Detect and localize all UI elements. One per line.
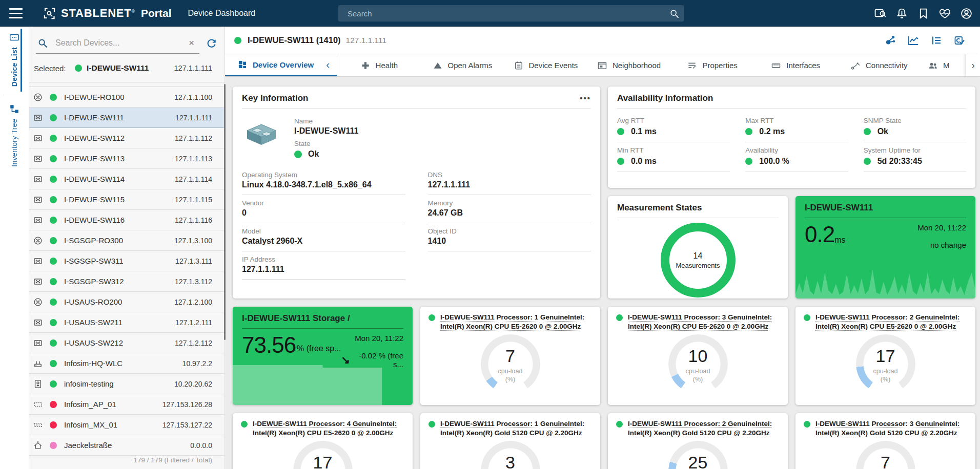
device-ip: 127.1.1.114 — [175, 175, 212, 183]
tab-interfaces[interactable]: Interfaces — [754, 54, 838, 76]
alarm-bell-icon[interactable] — [895, 7, 908, 20]
refresh-icon[interactable] — [206, 37, 217, 49]
rtt-change: no change — [930, 241, 966, 249]
screenshot-search-icon[interactable] — [874, 7, 887, 20]
switch-icon — [33, 215, 43, 225]
device-row[interactable]: I-DEWUE-SW112127.1.1.112 — [29, 128, 224, 148]
global-search-input[interactable] — [346, 9, 665, 18]
device-row[interactable]: I-DEWUE-SW114127.1.1.114 — [29, 169, 224, 189]
measurements-chart-icon[interactable] — [907, 34, 920, 47]
device-row[interactable]: I-SGSGP-SW312127.1.3.112 — [29, 271, 224, 292]
state-label: State — [294, 140, 358, 147]
device-row[interactable]: I-DEWUE-SW115127.1.1.115 — [29, 189, 224, 210]
rail-tab-inventory-tree[interactable]: Inventory Tree — [0, 98, 29, 174]
device-ip: 127.1.2.111 — [175, 318, 212, 327]
tab-connectivity[interactable]: Connectivity — [837, 54, 921, 76]
measurement-link[interactable]: I-DEWUE-SW111 Processor: 1 GenuineIntel:… — [440, 313, 592, 331]
more-options-icon[interactable]: ••• — [580, 97, 591, 100]
tabs-scroll-right-chevron-icon[interactable]: › — [966, 54, 980, 76]
tab-label: Interfaces — [786, 61, 820, 70]
gauge-value: 17 — [876, 347, 895, 365]
cpu-load-card[interactable]: I-DEWUE-SW111 Processor: 1 GenuineIntel:… — [420, 307, 600, 405]
main-area: I-DEWUE-SW111 (1410) 127.1.1.111 Device … — [225, 27, 980, 469]
device-row[interactable]: I-DEWUE-SW116127.1.1.116 — [29, 210, 224, 230]
status-dot — [50, 299, 57, 306]
key-information-card: Key Information ••• Name I-DEWUE-SW111 S… — [233, 87, 600, 299]
tab-truncated[interactable]: M — [921, 54, 966, 76]
device-row[interactable]: I-DEWUE-SW111127.1.1.111 — [29, 108, 224, 128]
cpu-load-card[interactable]: I-DEWUE-SW111 Processor: 1 GenuineIntel:… — [420, 413, 600, 469]
cpu-load-card[interactable]: I-DEWUE-SW111 Processor: 2 GenuineIntel:… — [608, 413, 788, 469]
tab-device-events[interactable]: Device Events — [504, 54, 587, 76]
measurement-link[interactable]: I-DEWUE-SW111 Processor: 4 GenuineIntel:… — [253, 419, 404, 437]
device-row[interactable]: Jaeckelstraße0.0.0.0 — [29, 435, 224, 456]
measurement-link[interactable]: I-DEWUE-SW111 Processor: 2 GenuineIntel:… — [815, 313, 967, 331]
tab-device-overview[interactable]: Device Overview ‹ — [225, 54, 337, 76]
device-row[interactable]: I-DEWUE-SW113127.1.1.113 — [29, 148, 224, 169]
device-row[interactable]: I-USAUS-SW212127.1.2.112 — [29, 333, 224, 353]
global-search[interactable] — [338, 5, 684, 22]
measurement-link[interactable]: I-DEWUE-SW111 Processor: 1 GenuineIntel:… — [440, 419, 592, 437]
alarm-triangle-icon — [433, 60, 443, 71]
device-search-field[interactable]: × — [36, 33, 199, 54]
rail-tab-device-list[interactable]: Device List — [0, 27, 29, 94]
tab-open-alarms[interactable]: Open Alarms — [421, 54, 504, 76]
tab-neighborhood[interactable]: Neighborhood — [587, 54, 671, 76]
device-row[interactable]: infosim-testing10.20.20.62 — [29, 374, 224, 394]
topology-icon[interactable] — [884, 34, 896, 47]
account-icon[interactable] — [960, 7, 973, 20]
status-dot — [616, 421, 623, 428]
tab-health[interactable]: Health — [337, 54, 421, 76]
field-operating-system: Operating SystemLinux 4.18.0-348.7.1.el8… — [242, 167, 405, 195]
stablenet-logo-icon — [43, 7, 56, 20]
measurement-states-donut-chart[interactable]: 14 Measurements — [661, 223, 736, 297]
cpu-load-card[interactable]: I-DEWUE-SW111 Processor: 4 GenuineIntel:… — [233, 413, 413, 469]
selected-device-row[interactable]: Selected: I-DEWUE-SW111 127.1.1.111 — [29, 54, 224, 82]
connectivity-icon — [850, 60, 861, 71]
device-row[interactable]: I-DEWUE-RO100127.1.1.100 — [29, 87, 224, 108]
device-row[interactable]: Infosim-HQ-WLC10.97.2.2 — [29, 353, 224, 374]
health-heart-icon[interactable] — [938, 7, 951, 20]
cpu-load-card[interactable]: I-DEWUE-SW111 Processor: 3 GenuineIntel:… — [795, 413, 975, 469]
selected-device-ip: 127.1.1.111 — [174, 64, 212, 72]
device-row[interactable]: I-SGSGP-RO300127.1.3.100 — [29, 230, 224, 251]
device-name: I-USAUS-RO200 — [64, 297, 174, 306]
bookmark-icon[interactable] — [917, 7, 930, 20]
storage-measurement-card[interactable]: I-DEWUE-SW111 Storage / 73.56 % (free sp… — [233, 307, 413, 405]
status-dot — [50, 114, 57, 121]
measurement-link[interactable]: I-DEWUE-SW111 Processor: 3 GenuineIntel:… — [815, 419, 967, 437]
status-dot — [50, 319, 57, 326]
cpu-load-card[interactable]: I-DEWUE-SW111 Processor: 2 GenuineIntel:… — [795, 307, 975, 405]
device-search-input[interactable] — [54, 38, 183, 48]
device-name: I-DEWUE-SW112 — [64, 134, 175, 142]
device-ip: 127.1.1.100 — [174, 93, 212, 101]
device-row[interactable]: Infosim_AP_01127.153.126.28 — [29, 394, 224, 415]
device-row[interactable]: I-USAUS-SW211127.1.2.111 — [29, 312, 224, 333]
config-check-icon[interactable] — [953, 34, 966, 47]
field-memory: Memory24.67 GB — [428, 195, 591, 223]
measurement-link[interactable]: I-DEWUE-SW111 Processor: 3 GenuineIntel:… — [628, 313, 780, 331]
cpu-load-card[interactable]: I-DEWUE-SW111 Processor: 3 GenuineIntel:… — [608, 307, 788, 405]
tab-properties[interactable]: Properties — [670, 54, 754, 76]
status-dot — [241, 421, 248, 428]
clear-search-icon[interactable]: × — [183, 37, 199, 49]
brand-product: Portal — [141, 7, 172, 19]
status-dot — [50, 442, 57, 449]
search-icon[interactable] — [669, 8, 680, 19]
rtt-measurement-card[interactable]: I-DEWUE-SW111 0.2 ms Mon 20, 11:22 no ch… — [795, 196, 975, 299]
field-ip-address: IP Address127.1.1.111 — [242, 251, 405, 280]
device-name: I-DEWUE-SW113 — [64, 154, 175, 163]
dashboard-tab-bar: Device Overview ‹ Health Open Alarms Dev… — [225, 54, 980, 77]
gauge-value: 7 — [505, 347, 515, 365]
device-row[interactable]: I-SGSGP-SW311127.1.3.111 — [29, 251, 224, 271]
reports-icon[interactable] — [930, 34, 943, 47]
measurement-link[interactable]: I-DEWUE-SW111 Processor: 2 GenuineIntel:… — [628, 419, 780, 437]
health-icon — [360, 60, 371, 71]
device-row[interactable]: I-USAUS-RO200127.1.2.100 — [29, 292, 224, 312]
neighborhood-icon — [597, 60, 607, 71]
device-ip: 127.1.2.100 — [174, 298, 212, 306]
device-ip: 127.153.127.22 — [162, 421, 212, 429]
hamburger-menu-icon[interactable] — [9, 8, 23, 18]
chevron-left-icon[interactable]: ‹ — [326, 59, 330, 71]
device-row[interactable]: Infosim_MX_01127.153.127.22 — [29, 415, 224, 435]
